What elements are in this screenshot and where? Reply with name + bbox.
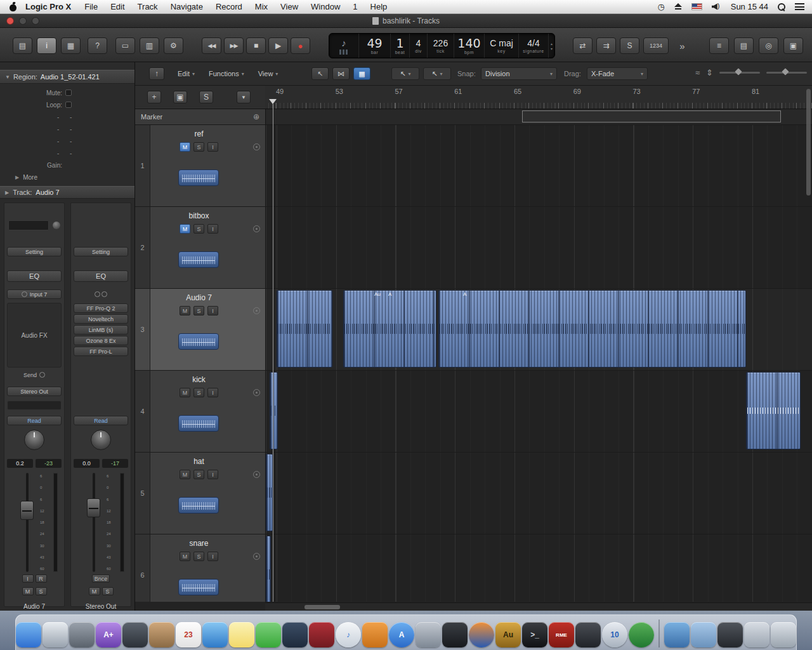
crossfade-tool-icon[interactable]: ⋈ xyxy=(332,67,350,80)
strip-button-m[interactable]: M xyxy=(89,587,100,595)
fader-handle[interactable] xyxy=(20,501,34,520)
track-mute-button[interactable]: M xyxy=(180,388,190,397)
track-lane-hat[interactable] xyxy=(265,453,812,534)
notification-center-icon[interactable] xyxy=(795,3,804,10)
dock-firefox[interactable] xyxy=(469,622,494,647)
track-header-kick[interactable]: 4kickMSI xyxy=(135,371,265,452)
fader-handle-output[interactable] xyxy=(87,498,100,517)
toolbox-button[interactable]: ⚙ xyxy=(164,37,183,54)
plugin-slot-linmb-s[interactable]: LinMB (s) xyxy=(74,325,128,335)
dock-utility-app[interactable] xyxy=(69,622,95,647)
duplicate-track-button[interactable]: ▣ xyxy=(173,91,187,103)
minimize-window-button[interactable] xyxy=(19,17,27,25)
track-solo-button[interactable]: S xyxy=(193,552,204,561)
volume-fader-output[interactable]: 606121824304360 xyxy=(74,472,128,573)
audio-region[interactable] xyxy=(277,290,332,368)
volume-fader[interactable]: 606121824304360 xyxy=(7,472,62,573)
close-window-button[interactable] xyxy=(6,17,14,25)
strip-button-s[interactable]: S xyxy=(102,587,114,595)
more-disclosure-icon[interactable]: ▶ xyxy=(15,175,19,180)
dock-messages[interactable] xyxy=(256,622,281,647)
menu-item-logic-pro-x[interactable]: Logic Pro X xyxy=(24,0,78,14)
group-slot[interactable] xyxy=(7,401,62,410)
dock-app-store[interactable]: A xyxy=(389,622,414,647)
marker-track-header[interactable]: Marker ⊕ xyxy=(135,109,265,125)
dock-system-preferences[interactable] xyxy=(416,622,441,647)
audio-region[interactable] xyxy=(746,372,801,449)
loop-checkbox[interactable] xyxy=(65,102,72,108)
count-in-button[interactable]: 1234 xyxy=(643,37,669,54)
pan-value[interactable]: 0.2 xyxy=(7,459,33,468)
track-lane-snare[interactable] xyxy=(265,534,812,602)
browsers-button[interactable]: ▣ xyxy=(783,37,803,54)
track-solo-button[interactable]: S xyxy=(193,470,204,479)
vertical-zoom-slider[interactable] xyxy=(719,72,760,74)
stereo-format-icon[interactable] xyxy=(71,289,131,299)
horizontal-scrollbar[interactable] xyxy=(304,605,340,609)
toolbar-overflow-button[interactable]: » xyxy=(672,37,692,54)
menu-edit[interactable]: Edit▾ xyxy=(174,67,198,80)
pan-knob[interactable] xyxy=(24,430,44,450)
dock-stack-folder-2[interactable] xyxy=(691,622,716,647)
strip-name-left[interactable]: Audio 7 xyxy=(4,603,64,610)
dock-dark-app[interactable] xyxy=(122,622,148,647)
eq-display[interactable]: EQ xyxy=(7,270,62,282)
strip-button-i[interactable]: I xyxy=(22,574,34,583)
gain-param-row[interactable]: Gain: xyxy=(0,159,134,171)
track-lane-kick[interactable] xyxy=(265,371,812,452)
track-mute-button[interactable]: M xyxy=(180,552,190,561)
track-lane-ref[interactable] xyxy=(265,125,812,206)
track-header-snare[interactable]: 6snareMSI xyxy=(135,534,265,602)
apple-menu-icon[interactable] xyxy=(9,2,18,11)
track-solo-button[interactable]: S xyxy=(193,142,204,152)
dock-disc-utility[interactable]: 10 xyxy=(602,622,627,647)
dock-itunes[interactable]: ♪ xyxy=(336,622,361,647)
menu-view[interactable]: View▾ xyxy=(255,67,282,80)
menubar-clock[interactable]: Sun 15 44 xyxy=(731,2,768,11)
track-inspector-header[interactable]: ▶ Track: Audio 7 xyxy=(0,186,134,199)
automation-mode-button[interactable]: Read xyxy=(7,416,62,425)
track-header-hat[interactable]: 5hatMSI xyxy=(135,453,265,534)
dock-launchpad[interactable] xyxy=(43,622,68,647)
setting-button[interactable]: Setting xyxy=(7,247,62,256)
track-lane-bitbox[interactable] xyxy=(265,207,812,288)
track-input-button[interactable]: I xyxy=(207,552,218,561)
dock-terminal[interactable]: >_ xyxy=(522,622,547,647)
lcd-display[interactable]: ♪ 49 bar 1 beat 4 div 226 tick 140 bpm xyxy=(329,33,555,58)
menu-item-help[interactable]: Help xyxy=(364,0,394,14)
note-pads-button[interactable]: ▤ xyxy=(734,37,754,54)
dock-stack-folder-1[interactable] xyxy=(664,622,690,647)
mixer-button[interactable]: ▥ xyxy=(140,37,159,54)
mute-checkbox[interactable] xyxy=(65,90,72,96)
pan-knob-output[interactable] xyxy=(91,430,111,450)
track-disclosure-icon[interactable]: ▶ xyxy=(5,190,9,196)
track-solo-button[interactable]: S xyxy=(193,224,204,234)
dock-logic-pro[interactable]: Au xyxy=(495,622,521,647)
volume-value[interactable]: -23 xyxy=(36,459,62,468)
track-input-button[interactable]: I xyxy=(207,224,218,234)
dock-contacts[interactable] xyxy=(149,622,174,647)
track-lane-audio-7[interactable]: AuAA xyxy=(265,289,812,370)
record-button[interactable]: ● xyxy=(291,37,310,54)
dock-stack-app-dark[interactable] xyxy=(717,622,743,647)
time-machine-icon[interactable]: ◷ xyxy=(657,2,664,11)
track-mute-button[interactable]: M xyxy=(180,470,190,479)
lcd-bar-cell[interactable]: 49 bar xyxy=(358,34,390,58)
lcd-tick-cell[interactable]: 226 tick xyxy=(427,34,454,58)
cycle-button[interactable]: ⇄ xyxy=(573,37,593,54)
menu-item-view[interactable]: View xyxy=(274,0,304,14)
window-titlebar[interactable]: bashlirik - Tracks xyxy=(0,14,812,28)
vertical-auto-zoom-icon[interactable]: ⇕ xyxy=(706,68,713,77)
track-mute-button[interactable]: M xyxy=(180,224,190,234)
track-header-bitbox[interactable]: 2bitboxMSI xyxy=(135,207,265,288)
audio-region[interactable] xyxy=(266,454,273,531)
menu-item-edit[interactable]: Edit xyxy=(104,0,131,14)
disclosure-triangle-icon[interactable]: ▼ xyxy=(5,74,10,80)
menu-item-navigate[interactable]: Navigate xyxy=(164,0,209,14)
dock-mail[interactable] xyxy=(202,622,228,647)
dock-quicktime[interactable] xyxy=(442,622,468,647)
dock-rme-mixer[interactable] xyxy=(575,622,601,647)
marquee-tool-icon[interactable]: ▦ xyxy=(353,67,370,80)
forward-button[interactable]: ▶▶ xyxy=(224,37,244,54)
lcd-key-cell[interactable]: C maj key xyxy=(484,34,518,58)
